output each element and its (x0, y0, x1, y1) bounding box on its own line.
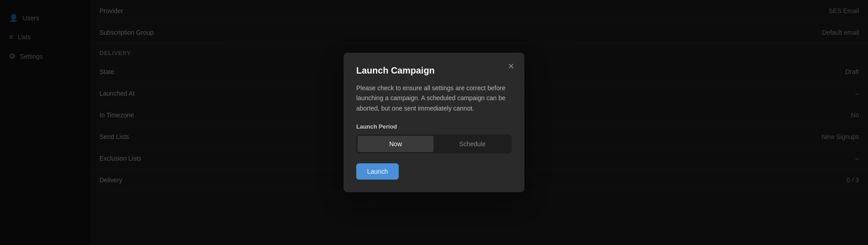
toggle-now-button[interactable]: Now (358, 136, 434, 152)
modal-title: Launch Campaign (356, 65, 512, 76)
modal-overlay: ✕ Launch Campaign Please check to ensure… (0, 0, 868, 245)
toggle-schedule-button[interactable]: Schedule (434, 136, 510, 152)
launch-campaign-modal: ✕ Launch Campaign Please check to ensure… (344, 53, 524, 192)
launch-period-label: Launch Period (356, 123, 512, 130)
launch-button[interactable]: Launch (356, 163, 399, 180)
launch-period-toggle: Now Schedule (356, 134, 512, 153)
modal-close-button[interactable]: ✕ (505, 60, 517, 73)
modal-description: Please check to ensure all settings are … (356, 83, 512, 113)
